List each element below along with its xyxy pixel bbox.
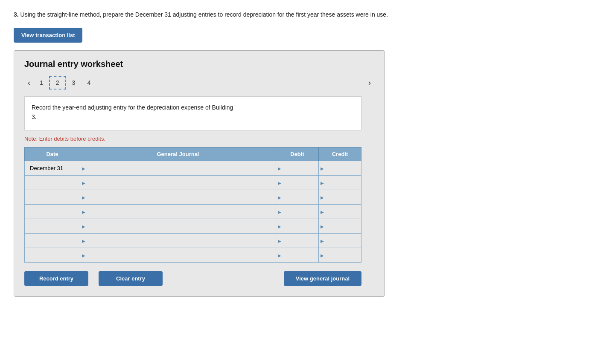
general-journal-input-6[interactable] bbox=[83, 248, 276, 262]
tab-prev-arrow[interactable]: ‹ bbox=[24, 78, 34, 88]
date-cell-6[interactable] bbox=[25, 248, 80, 263]
general-journal-cell-6[interactable] bbox=[80, 248, 276, 263]
action-buttons: Record entry Clear entry View general jo… bbox=[24, 271, 361, 286]
credit-cell-3[interactable] bbox=[319, 205, 361, 219]
entry-description: Record the year-end adjusting entry for … bbox=[24, 96, 361, 130]
credit-input-5[interactable] bbox=[319, 234, 361, 248]
date-cell-2[interactable] bbox=[25, 190, 80, 205]
col-header-general-journal: General Journal bbox=[80, 147, 276, 161]
date-cell-3[interactable] bbox=[25, 205, 80, 219]
debit-input-5[interactable] bbox=[276, 234, 318, 248]
table-row bbox=[25, 248, 361, 263]
general-journal-cell-1[interactable] bbox=[80, 176, 276, 190]
general-journal-cell-2[interactable] bbox=[80, 190, 276, 205]
record-entry-button[interactable]: Record entry bbox=[24, 271, 88, 286]
general-journal-input-2[interactable] bbox=[83, 190, 276, 204]
debit-input-0[interactable] bbox=[276, 161, 318, 175]
view-transaction-button[interactable]: View transaction list bbox=[14, 28, 82, 43]
date-input-0[interactable] bbox=[28, 161, 80, 175]
debit-input-1[interactable] bbox=[276, 176, 318, 190]
date-cell-1[interactable] bbox=[25, 176, 80, 190]
credit-cell-5[interactable] bbox=[319, 234, 361, 248]
credit-input-4[interactable] bbox=[319, 219, 361, 233]
date-cell-0[interactable] bbox=[25, 161, 80, 176]
debit-cell-6[interactable] bbox=[276, 248, 319, 263]
debit-cell-5[interactable] bbox=[276, 234, 319, 248]
date-input-3[interactable] bbox=[28, 205, 80, 219]
tab-4[interactable]: 4 bbox=[81, 77, 96, 89]
credit-input-2[interactable] bbox=[319, 190, 361, 204]
date-input-5[interactable] bbox=[28, 234, 80, 248]
debit-input-2[interactable] bbox=[276, 190, 318, 204]
debit-cell-1[interactable] bbox=[276, 176, 319, 190]
question-number: 3. bbox=[14, 11, 19, 18]
date-input-6[interactable] bbox=[28, 248, 80, 262]
debit-cell-4[interactable] bbox=[276, 219, 319, 234]
general-journal-input-0[interactable] bbox=[83, 161, 276, 175]
date-input-4[interactable] bbox=[28, 219, 80, 233]
debit-cell-2[interactable] bbox=[276, 190, 319, 205]
general-journal-input-5[interactable] bbox=[83, 234, 276, 248]
table-row bbox=[25, 176, 361, 190]
debit-cell-0[interactable] bbox=[276, 161, 319, 176]
date-cell-4[interactable] bbox=[25, 219, 80, 234]
date-cell-5[interactable] bbox=[25, 234, 80, 248]
tab-1[interactable]: 1 bbox=[34, 77, 49, 89]
journal-table: Date General Journal Debit Credit bbox=[24, 147, 361, 263]
debit-input-3[interactable] bbox=[276, 205, 318, 219]
table-row bbox=[25, 219, 361, 234]
general-journal-cell-4[interactable] bbox=[80, 219, 276, 234]
credit-input-1[interactable] bbox=[319, 176, 361, 190]
debit-input-6[interactable] bbox=[276, 248, 318, 262]
col-header-date: Date bbox=[25, 147, 80, 161]
tab-2[interactable]: 2 bbox=[49, 76, 66, 90]
general-journal-cell-5[interactable] bbox=[80, 234, 276, 248]
table-row bbox=[25, 190, 361, 205]
credit-cell-0[interactable] bbox=[319, 161, 361, 176]
tab-3[interactable]: 3 bbox=[66, 77, 82, 89]
credit-input-3[interactable] bbox=[319, 205, 361, 219]
debit-input-4[interactable] bbox=[276, 219, 318, 233]
general-journal-input-4[interactable] bbox=[83, 219, 276, 233]
col-header-debit: Debit bbox=[276, 147, 319, 161]
table-row bbox=[25, 205, 361, 219]
clear-entry-button[interactable]: Clear entry bbox=[99, 271, 163, 286]
general-journal-cell-0[interactable] bbox=[80, 161, 276, 176]
credit-cell-4[interactable] bbox=[319, 219, 361, 234]
tab-navigation: ‹ 1 2 3 4 › bbox=[24, 76, 374, 90]
worksheet-title: Journal entry worksheet bbox=[24, 59, 374, 69]
worksheet-container: Journal entry worksheet ‹ 1 2 3 4 › Reco… bbox=[14, 50, 385, 297]
credit-cell-2[interactable] bbox=[319, 190, 361, 205]
question-text: 3. Using the straight-line method, prepa… bbox=[14, 10, 483, 19]
table-row bbox=[25, 234, 361, 248]
date-input-1[interactable] bbox=[28, 176, 80, 190]
credit-input-6[interactable] bbox=[319, 248, 361, 262]
col-header-credit: Credit bbox=[319, 147, 361, 161]
general-journal-input-3[interactable] bbox=[83, 205, 276, 219]
view-general-journal-button[interactable]: View general journal bbox=[284, 271, 361, 286]
credit-input-0[interactable] bbox=[319, 161, 361, 175]
debit-cell-3[interactable] bbox=[276, 205, 319, 219]
credit-cell-6[interactable] bbox=[319, 248, 361, 263]
credit-cell-1[interactable] bbox=[319, 176, 361, 190]
date-input-2[interactable] bbox=[28, 190, 80, 204]
general-journal-input-1[interactable] bbox=[83, 176, 276, 190]
note-text: Note: Enter debits before credits. bbox=[24, 136, 374, 142]
general-journal-cell-3[interactable] bbox=[80, 205, 276, 219]
tab-next-arrow[interactable]: › bbox=[365, 78, 374, 88]
table-row bbox=[25, 161, 361, 176]
